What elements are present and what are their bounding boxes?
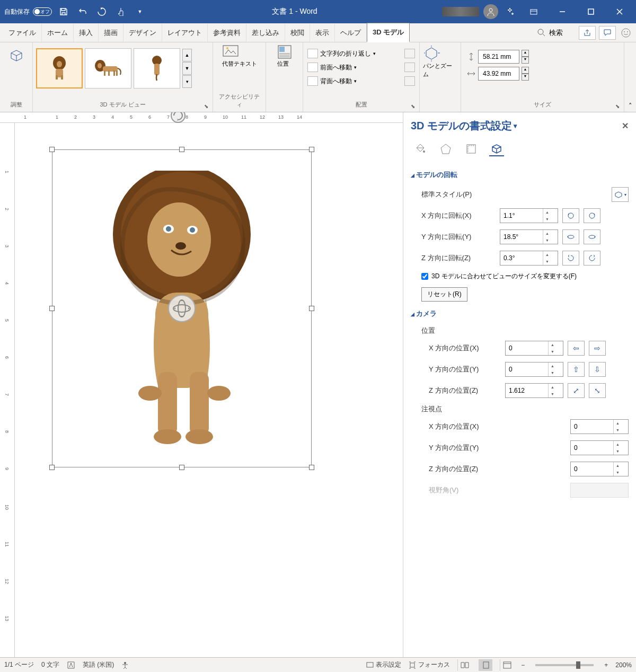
tab-file[interactable]: ファイル <box>3 24 42 42</box>
pan-zoom-button[interactable]: パンとズーム <box>423 45 457 78</box>
close-button[interactable] <box>607 0 632 23</box>
look-z-input[interactable]: ▲▼ <box>570 462 629 476</box>
pane-tab-effects-icon[interactable] <box>438 142 453 156</box>
zoom-out-button[interactable]: − <box>521 661 525 669</box>
autosave-toggle[interactable]: 自動保存 オフ <box>4 7 52 16</box>
cam-x-left-button[interactable]: ⇦ <box>568 341 585 356</box>
vertical-ruler[interactable]: 12345678910111213 <box>0 123 15 657</box>
fit-view-checkbox[interactable]: 3D モデルに合わせてビューのサイズを変更する(F) <box>411 269 629 284</box>
resize-handle-tm[interactable] <box>179 147 184 152</box>
tab-design[interactable]: デザイン <box>123 24 162 42</box>
y-rotation-input[interactable]: ▲▼ <box>500 229 558 244</box>
resize-handle-tl[interactable] <box>49 147 55 152</box>
cam-z-out-button[interactable]: ⤡ <box>589 383 606 398</box>
width-down[interactable]: ▼ <box>522 74 529 81</box>
zoom-in-button[interactable]: + <box>604 661 608 669</box>
word-count[interactable]: 0 文字 <box>41 660 59 669</box>
document-canvas[interactable]: L 11234567891011121314 12345678910111213 <box>0 112 403 657</box>
width-up[interactable]: ▲ <box>522 67 529 74</box>
pane-tab-3d-icon[interactable] <box>489 142 504 156</box>
save-icon[interactable] <box>56 4 71 19</box>
language-indicator[interactable]: 英語 (米国) <box>83 660 114 669</box>
view-thumb-1[interactable] <box>36 48 83 89</box>
pane-close-button[interactable]: ✕ <box>622 121 629 131</box>
gallery-up-button[interactable]: ▲ <box>182 49 192 61</box>
redo-icon[interactable] <box>94 4 109 19</box>
maximize-button[interactable] <box>579 0 603 23</box>
tab-insert[interactable]: 挿入 <box>74 24 99 42</box>
resize-handle-mr[interactable] <box>309 306 314 311</box>
tab-home[interactable]: ホーム <box>42 24 74 42</box>
cam-x-right-button[interactable]: ⇨ <box>589 341 606 356</box>
zoom-slider[interactable] <box>535 664 594 666</box>
3d-object-selection[interactable] <box>52 149 312 467</box>
pane-tab-fill-icon[interactable] <box>413 142 428 156</box>
tab-layout[interactable]: レイアウト <box>162 24 208 42</box>
bring-forward-button[interactable]: 前面へ移動▾ <box>307 60 415 74</box>
gallery-down-button[interactable]: ▼ <box>182 62 192 75</box>
position-button[interactable]: 位置 <box>277 45 292 68</box>
zoom-thumb[interactable] <box>576 661 580 669</box>
arrange-dialog-launcher[interactable]: ⬊ <box>411 103 418 111</box>
section-camera[interactable]: カメラ <box>411 305 629 323</box>
horizontal-ruler[interactable]: 11234567891011121314 <box>0 112 403 123</box>
z-rot-ccw-button[interactable] <box>562 251 579 266</box>
cam-z-in-button[interactable]: ⤢ <box>568 383 585 398</box>
share-button[interactable] <box>579 26 596 40</box>
look-x-input[interactable]: ▲▼ <box>570 419 629 434</box>
section-model-rotation[interactable]: モデルの回転 <box>411 166 629 184</box>
selection-pane-icon[interactable] <box>404 49 415 58</box>
view-thumb-3[interactable] <box>134 48 180 89</box>
x-rot-left-button[interactable] <box>562 208 579 223</box>
print-layout-button[interactable] <box>479 659 492 671</box>
cam-y-down-button[interactable]: ⇩ <box>589 362 606 377</box>
pane-tab-size-icon[interactable] <box>464 142 479 156</box>
comments-button[interactable] <box>599 26 616 40</box>
collapse-ribbon-button[interactable]: ˄ <box>624 42 636 112</box>
web-layout-button[interactable] <box>500 659 514 671</box>
send-backward-button[interactable]: 背面へ移動▾ <box>307 74 415 88</box>
alt-text-button[interactable]: 代替テキスト <box>222 45 257 68</box>
page-indicator[interactable]: 1/1 ページ <box>4 660 34 669</box>
cam-y-input[interactable]: ▲▼ <box>505 362 563 377</box>
resize-handle-bm[interactable] <box>179 465 184 470</box>
touch-mode-icon[interactable] <box>113 4 128 19</box>
cam-y-up-button[interactable]: ⇧ <box>568 362 585 377</box>
z-rot-cw-button[interactable] <box>584 251 600 266</box>
autosave-switch[interactable]: オフ <box>33 7 52 16</box>
align-icon[interactable] <box>404 63 415 72</box>
undo-icon[interactable] <box>75 4 90 19</box>
y-rot-left-button[interactable] <box>562 229 579 244</box>
reset-3d-button[interactable] <box>7 45 26 66</box>
smiley-icon[interactable] <box>619 26 633 40</box>
reset-rotation-button[interactable]: リセット(R) <box>421 287 467 302</box>
y-rot-right-button[interactable] <box>584 229 600 244</box>
pane-menu-button[interactable]: ▼ <box>512 122 518 130</box>
look-y-input[interactable]: ▲▼ <box>570 440 629 455</box>
x-rotation-input[interactable]: ▲▼ <box>500 208 558 223</box>
spellcheck-icon[interactable] <box>67 661 75 669</box>
x-rot-right-button[interactable] <box>584 208 600 223</box>
z-rotation-input[interactable]: ▲▼ <box>500 251 558 266</box>
cam-x-input[interactable]: ▲▼ <box>505 341 563 356</box>
tab-references[interactable]: 参考資料 <box>208 24 246 42</box>
height-down[interactable]: ▼ <box>522 57 529 64</box>
height-up[interactable]: ▲ <box>522 50 529 57</box>
read-mode-button[interactable] <box>457 659 471 671</box>
preset-dropdown[interactable]: ▾ <box>612 187 629 202</box>
focus-mode[interactable]: フォーカス <box>409 660 450 669</box>
views-dialog-launcher[interactable]: ⬊ <box>204 103 211 111</box>
gallery-more-button[interactable]: ▾ <box>182 75 192 88</box>
display-settings[interactable]: 表示設定 <box>366 660 401 669</box>
rotate-handle[interactable] <box>171 112 186 123</box>
view-thumb-2[interactable] <box>85 48 131 89</box>
resize-handle-ml[interactable] <box>49 306 55 311</box>
resize-handle-bl[interactable] <box>49 465 55 470</box>
ribbon-display-icon[interactable] <box>522 0 546 23</box>
cam-z-input[interactable]: ▲▼ <box>505 383 563 398</box>
width-input[interactable]: 43.92 mm <box>478 67 519 81</box>
tab-3d-model[interactable]: 3D モデル <box>367 23 410 42</box>
resize-handle-tr[interactable] <box>309 147 314 152</box>
tab-draw[interactable]: 描画 <box>99 24 123 42</box>
resize-handle-br[interactable] <box>309 465 314 470</box>
